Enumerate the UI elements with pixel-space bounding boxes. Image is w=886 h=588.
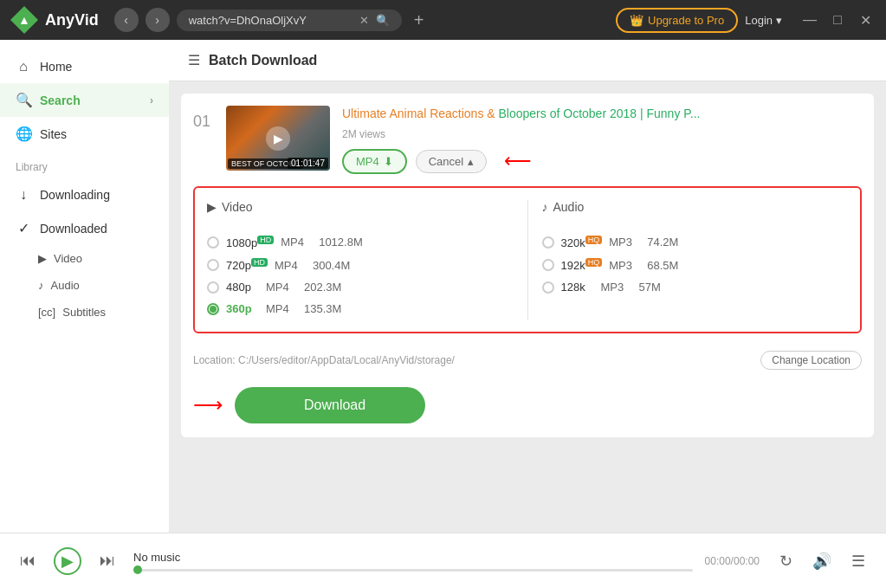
res-128k: 128k xyxy=(561,281,594,294)
sidebar-home-label: Home xyxy=(40,60,72,74)
batch-download-header: ☰ Batch Download xyxy=(169,40,886,81)
sidebar-sites-label: Sites xyxy=(40,127,67,141)
player-next-button[interactable]: ⏭ xyxy=(94,547,121,575)
video-header-icon: ▶ xyxy=(207,200,217,214)
sidebar-video-label: Video xyxy=(54,252,82,265)
home-icon: ⌂ xyxy=(16,59,31,74)
location-path: Location: C:/Users/editor/AppData/Local/… xyxy=(193,354,752,366)
title-orange: Ultimate Animal Reactions & xyxy=(342,107,499,120)
app-logo: ▲ AnyVid xyxy=(10,6,99,34)
player-volume-button[interactable]: 🔊 xyxy=(808,547,836,575)
download-button[interactable]: Download xyxy=(235,387,425,423)
minimize-button[interactable]: — xyxy=(799,10,820,30)
sidebar-audio-label: Audio xyxy=(51,279,80,292)
sidebar-item-downloaded[interactable]: ✓ Downloaded xyxy=(0,211,169,245)
close-button[interactable]: ✕ xyxy=(855,10,876,30)
type-192k: MP3 xyxy=(609,259,640,272)
login-label: Login xyxy=(745,14,773,27)
player-playlist-button[interactable]: ☰ xyxy=(844,547,872,575)
radio-192k[interactable] xyxy=(542,259,554,271)
type-320k: MP3 xyxy=(609,236,640,249)
login-button[interactable]: Login ▾ xyxy=(745,14,782,27)
cancel-label: Cancel xyxy=(429,155,463,168)
type-480p: MP4 xyxy=(266,281,297,294)
res-192k: 192kHQ xyxy=(561,258,603,272)
crown-icon: 👑 xyxy=(630,14,643,27)
format-row-128k[interactable]: 128k MP3 57M xyxy=(542,276,849,298)
video-format-header: ▶ Video xyxy=(207,200,514,221)
size-480p: 202.3M xyxy=(304,281,341,294)
player-prev-button[interactable]: ⏮ xyxy=(14,547,42,575)
play-icon: ▶ xyxy=(266,126,290,151)
sidebar-item-sites[interactable]: 🌐 Sites xyxy=(0,117,169,151)
format-row-192k[interactable]: 192kHQ MP3 68.5M xyxy=(542,254,849,276)
radio-480p[interactable] xyxy=(207,281,219,294)
titlebar: ▲ AnyVid ‹ › watch?v=DhOnaOljXvY ✕ 🔍 + 👑… xyxy=(0,0,886,40)
size-1080p: 1012.8M xyxy=(319,236,363,249)
music-icon: ♪ xyxy=(38,279,44,292)
logo-text: AnyVid xyxy=(45,11,99,29)
subtitles-icon: [cc] xyxy=(38,306,55,319)
player-play-button[interactable]: ▶ xyxy=(54,547,81,575)
mp4-button[interactable]: MP4 ⬇ xyxy=(342,149,407,174)
radio-320k[interactable] xyxy=(542,236,554,249)
audio-header-icon: ♪ xyxy=(542,200,548,214)
sidebar-downloaded-label: Downloaded xyxy=(40,222,107,236)
type-360p: MP4 xyxy=(266,302,297,315)
format-selector: ▶ Video 1080pHD MP4 1012.8M xyxy=(193,186,862,334)
chevron-right-icon: › xyxy=(150,94,153,107)
format-row-480p[interactable]: 480p MP4 202.3M xyxy=(207,276,514,298)
tab-close-icon[interactable]: ✕ xyxy=(359,14,369,27)
video-card: 01 BEST OF OCTOBE 01:01:47 ▶ Ultimate An… xyxy=(181,94,874,437)
video-header-label: Video xyxy=(222,200,253,214)
maximize-button[interactable]: □ xyxy=(827,10,848,30)
res-320k: 320kHQ xyxy=(561,236,603,249)
player-bar: ⏮ ▶ ⏭ No music 00:00/00:00 ↻ 🔊 ☰ xyxy=(0,533,886,588)
add-tab-button[interactable]: + xyxy=(414,10,424,30)
player-progress-bar[interactable] xyxy=(133,569,693,572)
sidebar-item-search[interactable]: 🔍 Search › xyxy=(0,83,169,117)
change-location-button[interactable]: Change Location xyxy=(760,351,862,370)
upgrade-button[interactable]: 👑 Upgrade to Pro xyxy=(616,8,738,33)
cancel-button[interactable]: Cancel ▴ xyxy=(416,150,487,173)
format-row-1080p[interactable]: 1080pHD MP4 1012.8M xyxy=(207,231,514,254)
size-192k: 68.5M xyxy=(647,259,678,272)
forward-button[interactable]: › xyxy=(146,8,170,32)
chevron-up-icon: ▴ xyxy=(468,155,474,168)
list-icon: ☰ xyxy=(188,52,200,68)
format-row-720p[interactable]: 720pHD MP4 300.4M xyxy=(207,254,514,276)
sidebar: ⌂ Home 🔍 Search › 🌐 Sites Library ↓ Down… xyxy=(0,40,169,533)
video-number: 01 xyxy=(193,113,214,131)
player-title: No music xyxy=(133,551,693,564)
format-row-360p[interactable]: 360p MP4 135.3M xyxy=(207,298,514,320)
size-320k: 74.2M xyxy=(647,236,678,249)
title-green: Bloopers of October 2018 | Funny P... xyxy=(499,107,701,120)
video-thumbnail: BEST OF OCTOBE 01:01:47 ▶ xyxy=(226,106,330,171)
radio-1080p[interactable] xyxy=(207,236,219,249)
player-repeat-button[interactable]: ↻ xyxy=(772,547,799,575)
url-bar[interactable]: watch?v=DhOnaOljXvY ✕ 🔍 xyxy=(177,10,402,31)
radio-360p[interactable] xyxy=(207,303,219,315)
size-128k: 57M xyxy=(639,281,661,294)
sidebar-item-home[interactable]: ⌂ Home xyxy=(0,50,169,83)
logo-icon: ▲ xyxy=(10,6,38,34)
sidebar-item-subtitles[interactable]: [cc] Subtitles xyxy=(0,299,169,326)
download-icon: ⬇ xyxy=(384,155,393,168)
format-divider xyxy=(527,200,528,320)
format-row-320k[interactable]: 320kHQ MP3 74.2M xyxy=(542,231,849,254)
radio-128k[interactable] xyxy=(542,281,554,294)
radio-720p[interactable] xyxy=(207,259,219,271)
sidebar-item-video[interactable]: ▶ Video xyxy=(0,245,169,272)
url-text: watch?v=DhOnaOljXvY xyxy=(189,14,354,27)
back-button[interactable]: ‹ xyxy=(114,8,139,32)
type-1080p: MP4 xyxy=(281,236,312,249)
res-1080p: 1080pHD xyxy=(226,236,274,249)
sidebar-item-audio[interactable]: ♪ Audio xyxy=(0,272,169,299)
type-720p: MP4 xyxy=(275,259,306,272)
size-720p: 300.4M xyxy=(313,259,350,272)
sidebar-item-downloading[interactable]: ↓ Downloading xyxy=(0,178,169,211)
audio-format-col: ♪ Audio 320kHQ MP3 74.2M xyxy=(542,200,849,320)
thumb-duration: 01:01:47 xyxy=(288,158,328,169)
video-title: Ultimate Animal Reactions & Bloopers of … xyxy=(342,106,862,123)
search-icon[interactable]: 🔍 xyxy=(376,14,390,27)
